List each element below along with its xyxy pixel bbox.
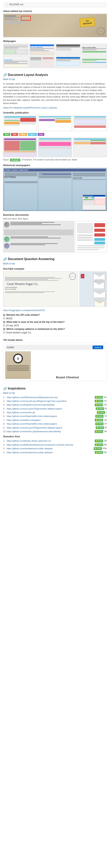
envelope-2 [94, 282, 104, 289]
sci-pub-page-1 [3, 115, 37, 131]
domain-star-badge-2: ⭐ Stars [95, 443, 103, 446]
label-list: List [38, 133, 44, 136]
inspiration-item-1: 1. https://github.com/SWenissonmm/Blacka… [3, 396, 107, 399]
docvqa-label: DocVQA example [3, 267, 107, 270]
label-example-text: Figure [3, 159, 9, 161]
webpage-thumb-2: The Times-Machine [29, 44, 54, 56]
amount-label: Amount [83, 22, 92, 25]
domain-star-badge-4: ⭐ Stars [95, 451, 103, 454]
a3-text: A: Great western sugar Co. [3, 331, 32, 334]
sci-pub-page-2 [38, 115, 72, 131]
webpages-section: Webpages The Times-Machine [3, 40, 107, 68]
star-count-6: CB [104, 415, 107, 417]
docvqa-link[interactable]: https://huggingface.co/datasets/duh/ahh#… [3, 309, 45, 311]
newspaper-image: DANIEL THOMAS • MERCHANT VICTORIA WATER [3, 168, 107, 211]
label-title: Title [11, 133, 18, 136]
domain-star-count-3: 40kb [103, 447, 107, 450]
letter-stamp: SEP 23 1970 [69, 273, 76, 280]
webpages-grid: The Times-Machine Many Columns Write [3, 44, 107, 68]
business-doc-right [75, 221, 107, 252]
qa-answer-2: A: 23 sep 1970 [3, 324, 107, 327]
star-count-2: 37k [104, 400, 107, 402]
tilt-logo-circle: Ω [13, 353, 23, 363]
domain-star-count-4: 59k [104, 451, 107, 454]
inspiration-link-3[interactable]: https://github.com/finkb/DocumentsUnders… [7, 403, 94, 406]
qa-item-3: Q: Which company address is mentioned on… [3, 328, 107, 331]
newspaper-inner: DANIEL THOMAS • MERCHANT VICTORIA WATER [3, 168, 107, 211]
divider-3 [3, 336, 107, 336]
inspiration-item-5: 5. https://github.com/mwcli/tc-git ⭐ Sta… [3, 411, 107, 414]
domain-link-4[interactable]: https://github.com/cke/awesome-public-da… [7, 451, 94, 454]
envelope-4 [95, 301, 105, 307]
a1-text: A: 80202 [3, 317, 12, 320]
domain-star-count-1: 10k [104, 439, 107, 442]
biz-avatar-1 [4, 222, 10, 227]
domain-link-3[interactable]: https://github.com/cke/awesome-public-da… [7, 447, 93, 450]
domains-title: Domains Also [3, 435, 107, 438]
layout-description: In computer vision and natural language … [3, 82, 107, 105]
letter-content: Great Western Sugar Co. 1234 Colorado Bl… [5, 277, 76, 293]
tilt-submit-button[interactable]: Submit [93, 346, 103, 349]
domains-section: Domains Also 1. https://github.com/pfcwl… [3, 435, 107, 454]
tilt-logo-inner: Ω [14, 355, 22, 362]
q2-text: Q: What date is seen at the seal at the … [3, 321, 65, 323]
newspaper-col-1: VICTORIA [4, 172, 38, 210]
qa-answer-1: A: 80202 [3, 317, 107, 320]
webpage-thumb-8 [81, 56, 107, 68]
domain-link-2[interactable]: https://github.com/ElifGolHnN/awesome-pr… [7, 443, 94, 446]
sci-pub-images-row [3, 137, 107, 157]
tax-invoice-section: Value-added tax invoice Tax Amount PAID [3, 10, 107, 37]
business-field-text: field text block, Blue figure [3, 217, 107, 220]
tilt-person-name: Bryant Chestnut [56, 376, 105, 379]
star-badge-3: ⭐ Stars [95, 403, 103, 406]
page-container: 📄 README.md Value-added tax invoice Tax … [0, 0, 110, 458]
inspiration-link-10[interactable]: https://github.com/mwcli/tc-git/ub/aweso… [7, 430, 94, 433]
star-count-10: 14k [104, 430, 107, 433]
back-to-top-inspirations[interactable]: Back to top [3, 392, 107, 394]
docvqa-envelopes: ✉ [79, 272, 107, 307]
doc-qa-title: 🔗 Document Question Answering [3, 257, 107, 261]
domain-star-badge-3: ⭐ Stars [94, 447, 102, 450]
letter-signature: Great Western Sugar Co. [7, 282, 76, 286]
inspiration-link-9[interactable]: https://github.com/yy/LayoutTR/generativ… [7, 426, 95, 429]
tilt-model-title: Tilt model demo [3, 339, 107, 341]
domain-num-2: 2. [3, 443, 7, 446]
back-to-top-qa[interactable]: Back to top [3, 262, 107, 265]
inspiration-link-8[interactable]: https://github.com/mhfaa/mkltfm-lrmly-re… [7, 423, 95, 425]
webpage-thumb-7 [56, 56, 81, 68]
docvqa-letter: SEP 23 1970 Great Western Sugar Co. 1234… [3, 272, 78, 307]
sci-pub-page-3 [73, 115, 107, 131]
star-badge-5: ⭐ Stars [97, 411, 105, 414]
webpage-thumb-3 [56, 44, 81, 56]
back-to-top-layout[interactable]: Back to top [3, 78, 107, 81]
inspiration-link-6[interactable]: https://github.com/mhfaa/mkltfm-lrmly-re… [7, 415, 95, 418]
tilt-header-left: Austin [7, 346, 14, 349]
domain-link-1[interactable]: https://github.com/pfcwl/y-dma/y-awesome… [7, 439, 94, 442]
inspiration-link-4[interactable]: https://github.com/yy/LayoutTR/generativ… [7, 407, 95, 410]
inspiration-link-1[interactable]: https://github.com/SWenissonmm/Blackawes… [7, 396, 94, 399]
inspiration-item-8: 8. https://github.com/mhfaa/mkltfm-lrmly… [3, 423, 107, 425]
sci-pub-container [3, 115, 107, 131]
inspiration-item-10: 10. https://github.com/mwcli/tc-git/ub/a… [3, 430, 107, 433]
star-count-1: 341 [104, 396, 107, 399]
star-badge-1: ⭐ Stars [95, 396, 103, 399]
star-count-3: 130 [104, 403, 107, 406]
tilt-right: Bryant Chestnut [56, 351, 105, 379]
inspiration-num-5: 5. [3, 411, 7, 414]
layout-wiki-link[interactable]: (https://en.wikipedia.org/wiki/Document_… [3, 106, 107, 109]
star-count-7: 12k [104, 419, 107, 422]
popup-title-bar: Document Layout [83, 195, 105, 196]
sci-layout-img-1 [3, 137, 37, 157]
domain-item-4: 4. https://github.com/cke/awesome-public… [3, 451, 107, 454]
inspiration-link-7[interactable]: https://github.com/wk/hv-mlf-papers [7, 419, 94, 422]
qa-item-2: Q: What date is seen at the seal at the … [3, 321, 107, 323]
star-badge-10: ⭐ Stars [95, 430, 103, 433]
domain-num-1: 1. [3, 439, 7, 442]
inspiration-link-5[interactable]: https://github.com/mwcli/tc-git [7, 411, 96, 414]
business-doc-left [3, 221, 74, 252]
business-docs-row [3, 221, 107, 252]
tilt-section: Tilt model demo Austin Submit Ω [3, 339, 107, 381]
inspiration-link-2[interactable]: https://github.com/Layout/LayoutRegion/L… [7, 400, 94, 403]
tax-amount-badge: Tax Amount [79, 17, 95, 27]
webpage-thumb-1 [3, 44, 29, 56]
